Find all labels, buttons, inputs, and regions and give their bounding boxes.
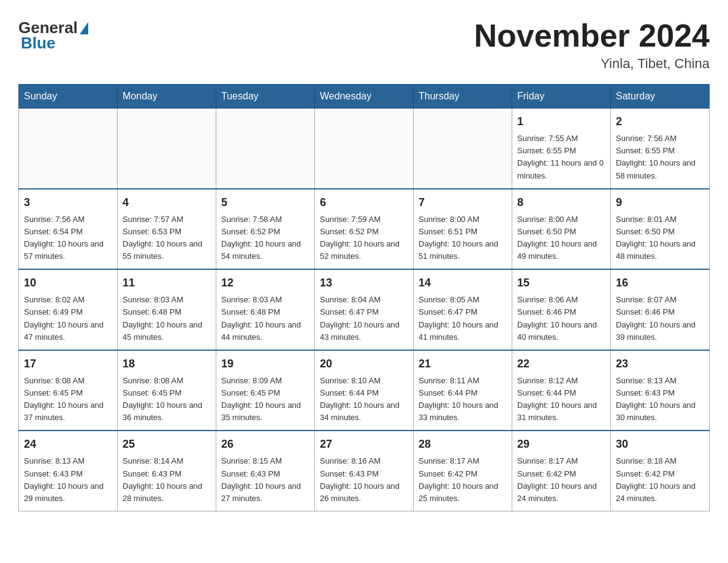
calendar-day-cell: 15Sunrise: 8:06 AMSunset: 6:46 PMDayligh… (512, 269, 611, 350)
calendar-day-cell: 14Sunrise: 8:05 AMSunset: 6:47 PMDayligh… (414, 269, 512, 350)
calendar-header-cell: Tuesday (216, 85, 315, 109)
calendar-day-cell (216, 109, 315, 189)
day-info: Sunrise: 7:57 AMSunset: 6:53 PMDaylight:… (123, 215, 202, 261)
calendar-day-cell: 13Sunrise: 8:04 AMSunset: 6:47 PMDayligh… (315, 269, 414, 350)
calendar-subtitle: Yinla, Tibet, China (474, 56, 710, 72)
day-number: 15 (517, 275, 605, 291)
day-info: Sunrise: 7:56 AMSunset: 6:54 PMDaylight:… (24, 215, 104, 261)
calendar-day-cell (414, 109, 512, 189)
day-info: Sunrise: 7:59 AMSunset: 6:52 PMDaylight:… (320, 215, 400, 261)
day-info: Sunrise: 8:17 AMSunset: 6:42 PMDaylight:… (517, 456, 597, 502)
day-info: Sunrise: 7:58 AMSunset: 6:52 PMDaylight:… (221, 215, 301, 261)
day-info: Sunrise: 8:00 AMSunset: 6:50 PMDaylight:… (517, 215, 597, 261)
day-number: 7 (419, 194, 507, 211)
calendar-week-row: 10Sunrise: 8:02 AMSunset: 6:49 PMDayligh… (19, 269, 710, 350)
day-info: Sunrise: 8:00 AMSunset: 6:51 PMDaylight:… (419, 215, 498, 261)
calendar-day-cell: 12Sunrise: 8:03 AMSunset: 6:48 PMDayligh… (216, 269, 315, 350)
calendar-day-cell: 27Sunrise: 8:16 AMSunset: 6:43 PMDayligh… (315, 431, 414, 511)
calendar-day-cell: 20Sunrise: 8:10 AMSunset: 6:44 PMDayligh… (315, 350, 414, 431)
day-number: 4 (123, 194, 211, 211)
day-number: 16 (616, 275, 704, 291)
day-info: Sunrise: 8:15 AMSunset: 6:43 PMDaylight:… (221, 456, 301, 502)
calendar-header-cell: Monday (118, 85, 216, 109)
calendar-body: 1Sunrise: 7:55 AMSunset: 6:55 PMDaylight… (19, 109, 710, 511)
calendar-day-cell: 16Sunrise: 8:07 AMSunset: 6:46 PMDayligh… (611, 269, 710, 350)
day-number: 9 (616, 194, 704, 211)
day-info: Sunrise: 8:09 AMSunset: 6:45 PMDaylight:… (221, 376, 301, 422)
calendar-day-cell: 19Sunrise: 8:09 AMSunset: 6:45 PMDayligh… (216, 350, 315, 431)
calendar-header-cell: Saturday (611, 85, 710, 109)
calendar-day-cell: 9Sunrise: 8:01 AMSunset: 6:50 PMDaylight… (611, 189, 710, 270)
day-info: Sunrise: 8:11 AMSunset: 6:44 PMDaylight:… (419, 376, 498, 422)
day-info: Sunrise: 8:06 AMSunset: 6:46 PMDaylight:… (517, 295, 597, 341)
day-number: 29 (517, 436, 605, 453)
day-info: Sunrise: 8:05 AMSunset: 6:47 PMDaylight:… (419, 295, 498, 341)
logo-blue-text: Blue (21, 34, 55, 53)
calendar-day-cell: 18Sunrise: 8:08 AMSunset: 6:45 PMDayligh… (118, 350, 216, 431)
day-info: Sunrise: 8:18 AMSunset: 6:42 PMDaylight:… (616, 456, 696, 502)
day-number: 25 (123, 436, 211, 453)
day-info: Sunrise: 8:16 AMSunset: 6:43 PMDaylight:… (320, 456, 400, 502)
day-number: 11 (123, 275, 211, 291)
day-number: 30 (616, 436, 704, 453)
day-info: Sunrise: 8:17 AMSunset: 6:42 PMDaylight:… (419, 456, 498, 502)
day-number: 24 (24, 436, 112, 453)
calendar-header-cell: Wednesday (315, 85, 414, 109)
day-info: Sunrise: 8:07 AMSunset: 6:46 PMDaylight:… (616, 295, 696, 341)
day-number: 12 (221, 275, 309, 291)
day-number: 20 (320, 356, 408, 372)
calendar-day-cell (19, 109, 118, 189)
day-number: 8 (517, 194, 605, 211)
day-number: 10 (24, 275, 112, 291)
day-number: 1 (517, 113, 605, 130)
day-number: 17 (24, 356, 112, 372)
calendar-day-cell: 4Sunrise: 7:57 AMSunset: 6:53 PMDaylight… (118, 189, 216, 270)
calendar-week-row: 17Sunrise: 8:08 AMSunset: 6:45 PMDayligh… (19, 350, 710, 431)
day-info: Sunrise: 7:56 AMSunset: 6:55 PMDaylight:… (616, 134, 696, 180)
day-info: Sunrise: 8:01 AMSunset: 6:50 PMDaylight:… (616, 215, 696, 261)
day-info: Sunrise: 8:14 AMSunset: 6:43 PMDaylight:… (123, 456, 202, 502)
calendar-title: November 2024 (474, 18, 710, 53)
calendar-day-cell: 23Sunrise: 8:13 AMSunset: 6:43 PMDayligh… (611, 350, 710, 431)
title-area: November 2024 Yinla, Tibet, China (474, 18, 710, 72)
day-number: 13 (320, 275, 408, 291)
day-info: Sunrise: 8:12 AMSunset: 6:44 PMDaylight:… (517, 376, 597, 422)
day-info: Sunrise: 8:03 AMSunset: 6:48 PMDaylight:… (123, 295, 202, 341)
logo-triangle-icon (80, 22, 88, 34)
calendar-day-cell: 1Sunrise: 7:55 AMSunset: 6:55 PMDaylight… (512, 109, 611, 189)
calendar-day-cell: 3Sunrise: 7:56 AMSunset: 6:54 PMDaylight… (19, 189, 118, 270)
day-info: Sunrise: 8:08 AMSunset: 6:45 PMDaylight:… (24, 376, 104, 422)
calendar-header-cell: Thursday (414, 85, 512, 109)
calendar-day-cell: 11Sunrise: 8:03 AMSunset: 6:48 PMDayligh… (118, 269, 216, 350)
calendar-day-cell: 25Sunrise: 8:14 AMSunset: 6:43 PMDayligh… (118, 431, 216, 511)
calendar-header-cell: Sunday (19, 85, 118, 109)
day-info: Sunrise: 8:03 AMSunset: 6:48 PMDaylight:… (221, 295, 301, 341)
day-info: Sunrise: 8:13 AMSunset: 6:43 PMDaylight:… (616, 376, 696, 422)
calendar-day-cell: 26Sunrise: 8:15 AMSunset: 6:43 PMDayligh… (216, 431, 315, 511)
calendar-day-cell: 6Sunrise: 7:59 AMSunset: 6:52 PMDaylight… (315, 189, 414, 270)
day-number: 21 (419, 356, 507, 372)
calendar-day-cell: 29Sunrise: 8:17 AMSunset: 6:42 PMDayligh… (512, 431, 611, 511)
calendar-day-cell (315, 109, 414, 189)
calendar-day-cell: 8Sunrise: 8:00 AMSunset: 6:50 PMDaylight… (512, 189, 611, 270)
calendar-day-cell: 10Sunrise: 8:02 AMSunset: 6:49 PMDayligh… (19, 269, 118, 350)
day-info: Sunrise: 8:13 AMSunset: 6:43 PMDaylight:… (24, 456, 104, 502)
calendar-header-cell: Friday (512, 85, 611, 109)
calendar-day-cell: 22Sunrise: 8:12 AMSunset: 6:44 PMDayligh… (512, 350, 611, 431)
day-number: 3 (24, 194, 112, 211)
day-info: Sunrise: 8:08 AMSunset: 6:45 PMDaylight:… (123, 376, 202, 422)
calendar-day-cell (118, 109, 216, 189)
calendar-day-cell: 30Sunrise: 8:18 AMSunset: 6:42 PMDayligh… (611, 431, 710, 511)
calendar-day-cell: 24Sunrise: 8:13 AMSunset: 6:43 PMDayligh… (19, 431, 118, 511)
calendar-header-row: SundayMondayTuesdayWednesdayThursdayFrid… (19, 85, 710, 109)
logo: General Blue (18, 18, 88, 53)
calendar-day-cell: 2Sunrise: 7:56 AMSunset: 6:55 PMDaylight… (611, 109, 710, 189)
day-info: Sunrise: 8:04 AMSunset: 6:47 PMDaylight:… (320, 295, 400, 341)
calendar-table: SundayMondayTuesdayWednesdayThursdayFrid… (18, 84, 710, 511)
day-info: Sunrise: 8:10 AMSunset: 6:44 PMDaylight:… (320, 376, 400, 422)
day-number: 22 (517, 356, 605, 372)
day-info: Sunrise: 8:02 AMSunset: 6:49 PMDaylight:… (24, 295, 104, 341)
day-number: 28 (419, 436, 507, 453)
day-number: 14 (419, 275, 507, 291)
day-info: Sunrise: 7:55 AMSunset: 6:55 PMDaylight:… (517, 134, 604, 180)
